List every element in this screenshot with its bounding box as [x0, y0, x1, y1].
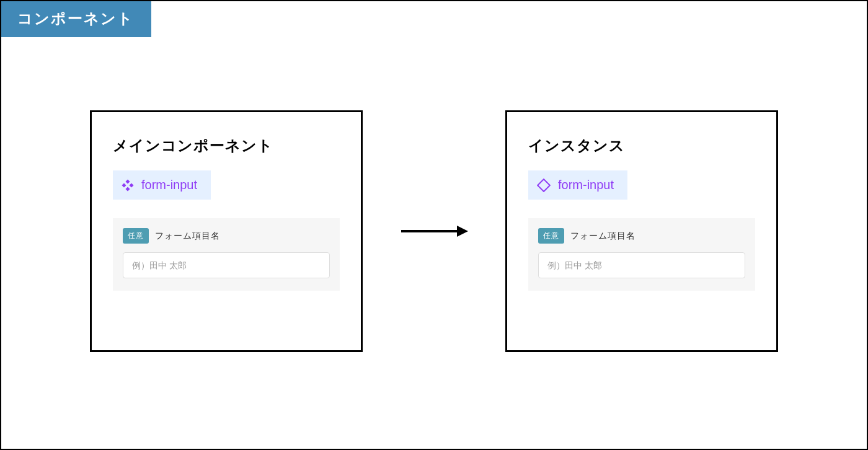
component-instance-icon [537, 179, 551, 192]
arrow [400, 222, 468, 240]
instance-panel: インスタンス form-input 任意 フォーム項目名 [505, 110, 778, 352]
main-component-chip: form-input [113, 170, 211, 200]
instance-chip: form-input [528, 170, 627, 200]
arrow-right-icon [400, 222, 468, 240]
svg-rect-6 [538, 179, 550, 192]
svg-rect-0 [125, 179, 130, 183]
instance-chip-label: form-input [558, 178, 614, 192]
form-input-main[interactable] [123, 252, 330, 278]
diagram-content: メインコンポーネント form-input 任意 フォーム項目名 [1, 1, 867, 449]
instance-title: インスタンス [528, 136, 755, 156]
optional-badge: 任意 [538, 228, 564, 244]
component-main-icon [122, 179, 134, 192]
svg-rect-2 [129, 183, 133, 187]
svg-rect-3 [125, 187, 130, 191]
form-block-main: 任意 フォーム項目名 [113, 218, 340, 291]
form-input-instance[interactable] [538, 252, 745, 278]
header-tag-text: コンポーネント [17, 10, 134, 27]
svg-rect-1 [122, 183, 126, 187]
form-label-main: フォーム項目名 [155, 231, 220, 242]
main-component-panel: メインコンポーネント form-input 任意 フォーム項目名 [90, 110, 363, 352]
form-header-instance: 任意 フォーム項目名 [538, 228, 745, 244]
main-component-chip-label: form-input [141, 178, 197, 192]
form-block-instance: 任意 フォーム項目名 [528, 218, 755, 291]
header-tag: コンポーネント [0, 0, 151, 37]
form-header-main: 任意 フォーム項目名 [123, 228, 330, 244]
form-label-instance: フォーム項目名 [570, 231, 636, 242]
svg-marker-5 [457, 226, 468, 237]
optional-badge: 任意 [123, 228, 149, 244]
main-component-title: メインコンポーネント [113, 136, 340, 156]
